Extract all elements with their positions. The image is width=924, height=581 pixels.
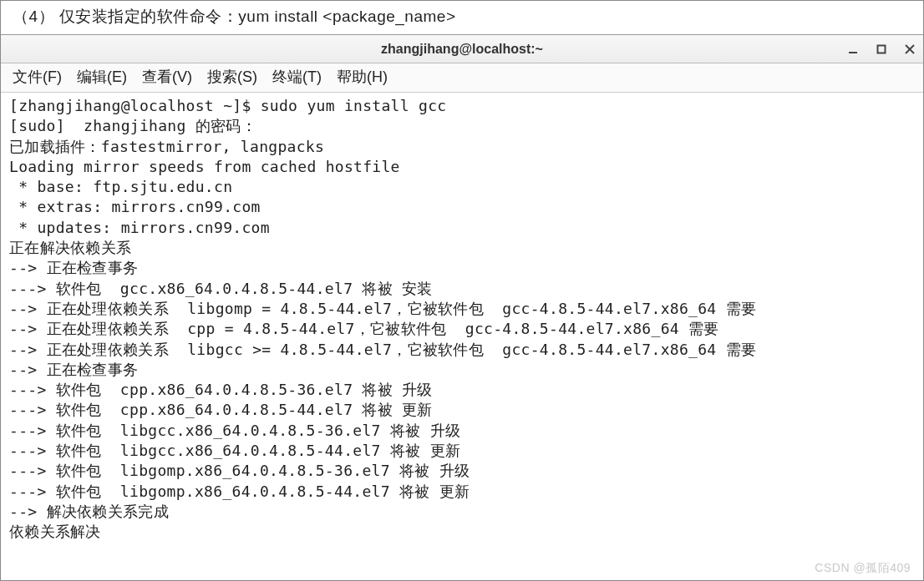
close-icon xyxy=(904,43,916,55)
window-controls xyxy=(846,35,916,63)
menu-terminal[interactable]: 终端(T) xyxy=(272,67,322,87)
terminal-line: Loading mirror speeds from cached hostfi… xyxy=(9,157,915,177)
instruction-caption: （4） 仅安装指定的软件命令：yum install <package_name… xyxy=(1,1,923,34)
terminal-line: * base: ftp.sjtu.edu.cn xyxy=(9,177,915,197)
terminal-line: ---> 软件包 cpp.x86_64.0.4.8.5-44.el7 将被 更新 xyxy=(9,400,915,420)
svg-rect-1 xyxy=(878,45,886,53)
menu-help[interactable]: 帮助(H) xyxy=(337,67,388,87)
terminal-line: 已加载插件：fastestmirror, langpacks xyxy=(9,137,915,157)
window-title: zhangjihang@localhost:~ xyxy=(381,42,543,57)
minimize-icon xyxy=(847,43,859,55)
menu-file[interactable]: 文件(F) xyxy=(13,67,62,87)
terminal-line: ---> 软件包 libgcc.x86_64.0.4.8.5-44.el7 将被… xyxy=(9,441,915,461)
menu-view[interactable]: 查看(V) xyxy=(142,67,192,87)
menu-edit[interactable]: 编辑(E) xyxy=(77,67,127,87)
close-button[interactable] xyxy=(903,43,916,56)
titlebar: zhangjihang@localhost:~ xyxy=(1,35,923,63)
terminal-window: zhangjihang@localhost:~ 文件(F) 编辑(E) 查看(V… xyxy=(1,34,923,580)
terminal-line: --> 正在检查事务 xyxy=(9,258,915,278)
terminal-line: [zhangjihang@localhost ~]$ sudo yum inst… xyxy=(9,96,915,116)
terminal-line: [sudo] zhangjihang 的密码： xyxy=(9,116,915,136)
terminal-line: 正在解决依赖关系 xyxy=(9,238,915,258)
menubar: 文件(F) 编辑(E) 查看(V) 搜索(S) 终端(T) 帮助(H) xyxy=(1,63,923,93)
terminal-line: --> 正在检查事务 xyxy=(9,360,915,380)
terminal-line: --> 正在处理依赖关系 libgcc >= 4.8.5-44.el7，它被软件… xyxy=(9,340,915,360)
terminal-line: 依赖关系解决 xyxy=(9,522,915,542)
terminal-line: * updates: mirrors.cn99.com xyxy=(9,218,915,238)
menu-search[interactable]: 搜索(S) xyxy=(207,67,257,87)
maximize-button[interactable] xyxy=(875,43,888,56)
terminal-line: ---> 软件包 libgomp.x86_64.0.4.8.5-44.el7 将… xyxy=(9,482,915,502)
terminal-line: --> 正在处理依赖关系 libgomp = 4.8.5-44.el7，它被软件… xyxy=(9,299,915,319)
terminal-line: --> 正在处理依赖关系 cpp = 4.8.5-44.el7，它被软件包 gc… xyxy=(9,319,915,339)
terminal-line: * extras: mirrors.cn99.com xyxy=(9,197,915,217)
minimize-button[interactable] xyxy=(846,43,860,56)
terminal-output[interactable]: [zhangjihang@localhost ~]$ sudo yum inst… xyxy=(1,93,923,580)
maximize-icon xyxy=(876,44,886,54)
terminal-line: ---> 软件包 gcc.x86_64.0.4.8.5-44.el7 将被 安装 xyxy=(9,279,915,299)
terminal-line: ---> 软件包 cpp.x86_64.0.4.8.5-36.el7 将被 升级 xyxy=(9,380,915,400)
document-frame: （4） 仅安装指定的软件命令：yum install <package_name… xyxy=(0,0,924,581)
terminal-line: --> 解决依赖关系完成 xyxy=(9,502,915,522)
terminal-line: ---> 软件包 libgcc.x86_64.0.4.8.5-36.el7 将被… xyxy=(9,421,915,441)
terminal-line: ---> 软件包 libgomp.x86_64.0.4.8.5-36.el7 将… xyxy=(9,461,915,481)
